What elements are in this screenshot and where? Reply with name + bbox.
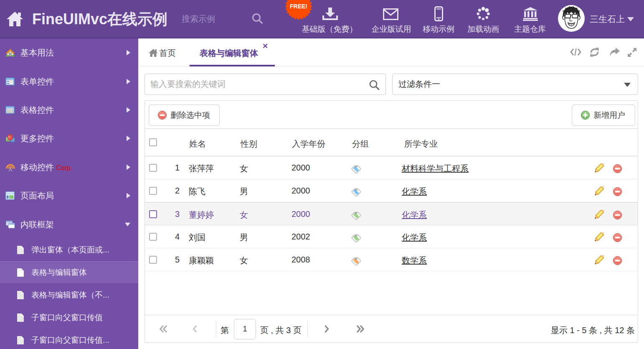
svg-text:FREE!: FREE! xyxy=(290,3,307,10)
